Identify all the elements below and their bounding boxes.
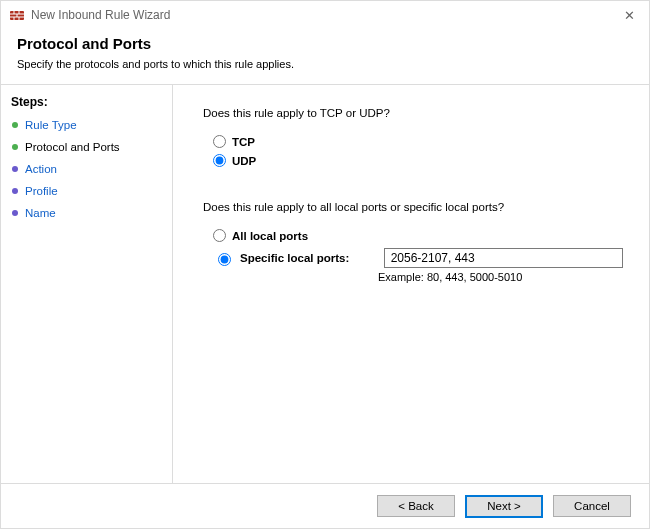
radio-udp[interactable]: UDP [213,154,623,167]
titlebar: New Inbound Rule Wizard ✕ [1,1,649,29]
ports-example-text: Example: 80, 443, 5000-5010 [378,271,623,283]
radio-specific-ports[interactable]: Specific local ports: [213,248,623,268]
steps-heading: Steps: [11,95,162,109]
back-button[interactable]: < Back [377,495,455,517]
step-label: Action [25,163,57,175]
ports-question: Does this rule apply to all local ports … [203,201,623,213]
radio-udp-input[interactable] [213,154,226,167]
window-title: New Inbound Rule Wizard [31,8,170,22]
step-label: Rule Type [25,119,77,131]
firewall-icon [9,7,25,23]
radio-tcp-input[interactable] [213,135,226,148]
step-rule-type[interactable]: Rule Type [11,117,162,133]
radio-udp-label[interactable]: UDP [232,155,256,167]
step-label: Name [25,207,56,219]
specific-ports-input[interactable] [384,248,623,268]
page-title: Protocol and Ports [17,35,633,52]
page-subtitle: Specify the protocols and ports to which… [17,58,633,70]
svg-point-12 [12,210,18,216]
footer-buttons: < Back Next > Cancel [1,483,649,528]
bullet-icon [11,209,19,217]
bullet-icon [11,143,19,151]
page-header: Protocol and Ports Specify the protocols… [1,29,649,84]
radio-tcp-label[interactable]: TCP [232,136,255,148]
svg-point-9 [12,144,18,150]
step-profile[interactable]: Profile [11,183,162,199]
steps-sidebar: Steps: Rule Type Protocol and Ports Acti… [1,85,173,483]
close-icon[interactable]: ✕ [617,8,641,23]
step-protocol-ports[interactable]: Protocol and Ports [11,139,162,155]
radio-all-ports-input[interactable] [213,229,226,242]
svg-point-10 [12,166,18,172]
next-button[interactable]: Next > [465,495,543,518]
content-panel: Does this rule apply to TCP or UDP? TCP … [173,85,649,483]
svg-point-8 [12,122,18,128]
radio-specific-ports-input[interactable] [218,253,231,266]
radio-tcp[interactable]: TCP [213,135,623,148]
bullet-icon [11,165,19,173]
radio-all-ports-label[interactable]: All local ports [232,230,308,242]
wizard-window: New Inbound Rule Wizard ✕ Protocol and P… [0,0,650,529]
step-name[interactable]: Name [11,205,162,221]
bullet-icon [11,121,19,129]
radio-specific-ports-label[interactable]: Specific local ports: [240,252,364,264]
cancel-button[interactable]: Cancel [553,495,631,517]
step-action[interactable]: Action [11,161,162,177]
svg-point-11 [12,188,18,194]
bullet-icon [11,187,19,195]
radio-all-ports[interactable]: All local ports [213,229,623,242]
step-label: Protocol and Ports [25,141,120,153]
body: Steps: Rule Type Protocol and Ports Acti… [1,84,649,483]
step-label: Profile [25,185,58,197]
protocol-question: Does this rule apply to TCP or UDP? [203,107,623,119]
